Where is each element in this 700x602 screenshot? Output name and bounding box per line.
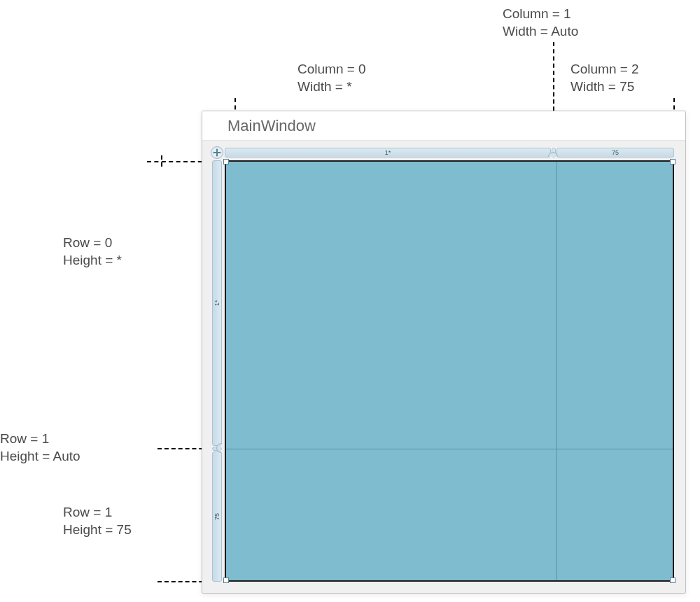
svg-rect-1 [214,152,220,153]
window-title-bar[interactable]: MainWindow [202,111,685,141]
row-ruler-label-0: 1* [214,300,220,307]
leader-row-0-tick [161,155,162,167]
column-ruler-segment-0[interactable]: 1* [225,148,551,158]
row-ruler[interactable]: 1* 75 [212,160,222,582]
gridline-row-1 [226,449,673,449]
row-ruler-segment-0[interactable]: 1* [212,160,222,446]
annotation-row-1: Row = 1 Height = Auto [0,430,80,465]
annotation-column-2: Column = 2 Width = 75 [570,61,639,95]
annotation-column-0: Column = 0 Width = * [298,61,366,95]
row-ruler-segment-2[interactable]: 75 [212,451,222,582]
column-ruler-segment-2[interactable]: 75 [556,148,674,158]
column-splitter-adorner[interactable] [548,152,558,157]
annotation-column-1: Column = 1 Width = Auto [503,6,578,40]
window-title: MainWindow [227,117,316,135]
column-ruler-label-2: 75 [612,149,619,156]
designer-client-area: 1* 75 1* 75 [209,145,677,584]
column-ruler-label-0: 1* [385,149,391,156]
grid-designer-surface[interactable] [225,160,674,582]
column-ruler[interactable]: 1* 75 [225,148,674,158]
annotation-row-0: Row = 0 Height = * [63,234,122,269]
row-ruler-label-2: 75 [214,513,220,520]
designer-window: MainWindow 1* 75 1 [202,111,686,594]
gridline-column-2 [556,162,557,580]
move-adorner-icon[interactable] [211,146,223,159]
resize-handle-sw[interactable] [223,578,229,583]
resize-handle-se[interactable] [670,578,676,583]
resize-handle-nw[interactable] [223,159,229,164]
row-splitter-adorner[interactable] [216,443,221,453]
resize-handle-ne[interactable] [670,159,676,164]
annotation-row-2: Row = 1 Height = 75 [63,504,132,538]
